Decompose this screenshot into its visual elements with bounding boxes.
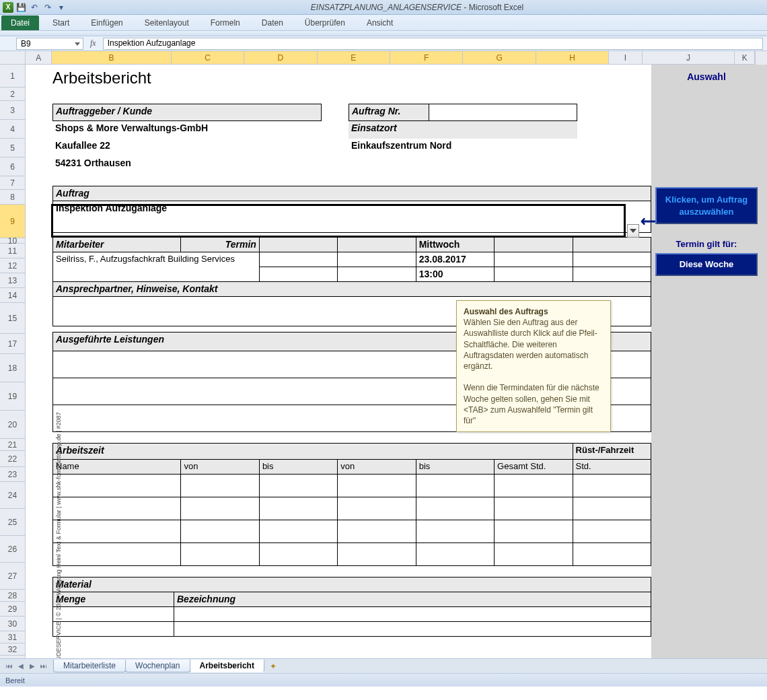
col-header[interactable]: F <box>390 51 463 64</box>
wt-cell[interactable] <box>53 520 181 543</box>
column-headers: A B C D E F G H I J K <box>26 51 755 65</box>
sheet-tab-arbeitsbericht[interactable]: Arbeitsbericht <box>190 660 264 672</box>
row-header[interactable]: 14 <box>0 288 25 303</box>
tooltip-body2: Wenn die Termindaten für die nächste Woc… <box>464 383 599 425</box>
formula-input[interactable]: Inspektion Aufzuganlage <box>103 38 763 50</box>
col-header[interactable]: G <box>463 51 536 64</box>
tab-view[interactable]: Ansicht <box>356 15 404 30</box>
new-sheet-icon[interactable]: ✦ <box>266 662 280 671</box>
tab-pagelayout[interactable]: Seitenlayout <box>134 15 200 30</box>
tab-insert[interactable]: Einfügen <box>80 15 133 30</box>
formula-buttons: fx <box>87 38 99 48</box>
col-header[interactable]: I <box>609 51 642 64</box>
wt-cell[interactable] <box>53 497 181 520</box>
col-von: von <box>338 460 416 475</box>
client-city: 54231 Orthausen <box>52 156 322 174</box>
qat-more-icon[interactable]: ▾ <box>55 1 67 13</box>
status-text: Bereit <box>5 676 25 685</box>
row-header[interactable]: 24 <box>0 482 25 509</box>
row-header[interactable]: 7 <box>0 176 25 190</box>
wt-cell[interactable] <box>53 475 181 497</box>
tab-formulas[interactable]: Formeln <box>200 15 251 30</box>
row-header[interactable]: 25 <box>0 509 25 536</box>
this-week-button[interactable]: Diese Woche <box>655 253 758 276</box>
tab-prev-icon[interactable]: ◀ <box>15 661 26 672</box>
row-header[interactable]: 20 <box>0 411 25 439</box>
row-header[interactable]: 28 <box>0 590 25 602</box>
col-header[interactable]: C <box>172 51 244 64</box>
tab-review[interactable]: Überprüfen <box>294 15 356 30</box>
col-header[interactable]: J <box>643 51 735 64</box>
sheet-tab-bar: ⏮ ◀ ▶ ⏭ Mitarbeiterliste Wochenplan Arbe… <box>0 658 767 673</box>
col-header[interactable]: D <box>244 51 317 64</box>
order-no-value[interactable] <box>429 104 577 121</box>
row-header[interactable]: 12 <box>0 258 25 273</box>
formula-bar: B9 fx Inspektion Aufzuganlage <box>0 36 767 51</box>
tab-next-icon[interactable]: ▶ <box>27 661 38 672</box>
row-header[interactable]: 5 <box>0 139 25 158</box>
quick-access-toolbar: X 💾 ↶ ↷ ▾ <box>0 1 67 13</box>
weekday-cell: Mittwoch <box>416 238 494 252</box>
col-name: Name <box>53 460 181 475</box>
order-label: Auftrag <box>52 186 651 201</box>
col-header[interactable]: A <box>26 51 52 64</box>
row-header[interactable]: 9 <box>0 205 25 238</box>
select-all-button[interactable] <box>0 51 26 65</box>
row-header[interactable]: 19 <box>0 382 25 411</box>
wt-cell[interactable] <box>53 543 181 566</box>
material-label: Material <box>53 578 651 592</box>
right-panel: Auswahl Klicken, um Auftrag auszuwählen … <box>653 65 760 280</box>
col-header[interactable]: H <box>536 51 609 64</box>
qty-label: Menge <box>53 592 174 607</box>
col-std: Std. <box>573 460 651 475</box>
redo-icon[interactable]: ↷ <box>42 1 54 13</box>
row-header[interactable]: 30 <box>0 617 25 631</box>
col-total: Gesamt Std. <box>495 460 573 475</box>
row-header[interactable]: 29 <box>0 602 25 617</box>
client-street: Kaufallee 22 <box>52 139 322 156</box>
name-box[interactable]: B9 <box>16 38 83 50</box>
row-header[interactable]: 6 <box>0 158 25 176</box>
sheet-tab-mitarbeiter[interactable]: Mitarbeiterliste <box>53 660 126 672</box>
row-header[interactable]: 23 <box>0 467 25 482</box>
tab-start[interactable]: Start <box>42 15 80 30</box>
row-header[interactable]: 17 <box>0 334 25 354</box>
col-bis: bis <box>416 460 494 475</box>
row-header[interactable]: 32 <box>0 643 25 656</box>
tab-first-icon[interactable]: ⏮ <box>4 661 15 672</box>
col-von: von <box>181 460 259 475</box>
fx-icon[interactable]: fx <box>90 38 96 48</box>
sheet-tab-wochenplan[interactable]: Wochenplan <box>125 660 190 672</box>
select-order-button[interactable]: Klicken, um Auftrag auszuwählen <box>655 187 758 224</box>
undo-icon[interactable]: ↶ <box>28 1 40 13</box>
dropdown-handle-icon[interactable] <box>627 224 639 238</box>
grid-area[interactable]: Arbeitsbericht Auftraggeber / Kunde Shop… <box>26 65 755 687</box>
row-header[interactable]: 21 <box>0 439 25 451</box>
col-header[interactable]: K <box>735 51 755 64</box>
worktime-label: Arbeitszeit <box>53 444 573 460</box>
row-header[interactable]: 8 <box>0 190 25 205</box>
row-header[interactable]: 11 <box>0 244 25 258</box>
row-header[interactable]: 2 <box>0 88 25 101</box>
tab-file[interactable]: Datei <box>1 15 39 30</box>
col-header[interactable]: E <box>318 51 390 64</box>
row-header[interactable]: 18 <box>0 354 25 382</box>
tab-data[interactable]: Daten <box>251 15 294 30</box>
order-value-text: Inspektion Aufzuganlage <box>56 203 167 213</box>
row-header[interactable]: 22 <box>0 451 25 467</box>
row-header[interactable]: 13 <box>0 273 25 288</box>
row-header[interactable]: 1 <box>0 65 25 88</box>
status-bar: Bereit <box>0 673 767 687</box>
col-bis: bis <box>259 460 337 475</box>
order-value-cell[interactable]: Inspektion Aufzuganlage <box>52 201 651 233</box>
row-header[interactable]: 26 <box>0 536 25 563</box>
row-header[interactable]: 27 <box>0 563 25 590</box>
col-header[interactable]: B <box>52 51 171 64</box>
row-header[interactable]: 10 <box>0 238 25 244</box>
tab-last-icon[interactable]: ⏭ <box>38 661 49 672</box>
row-header[interactable]: 3 <box>0 101 25 120</box>
save-icon[interactable]: 💾 <box>15 1 27 13</box>
row-header[interactable]: 15 <box>0 303 25 334</box>
row-header[interactable]: 31 <box>0 631 25 643</box>
row-header[interactable]: 4 <box>0 120 25 139</box>
